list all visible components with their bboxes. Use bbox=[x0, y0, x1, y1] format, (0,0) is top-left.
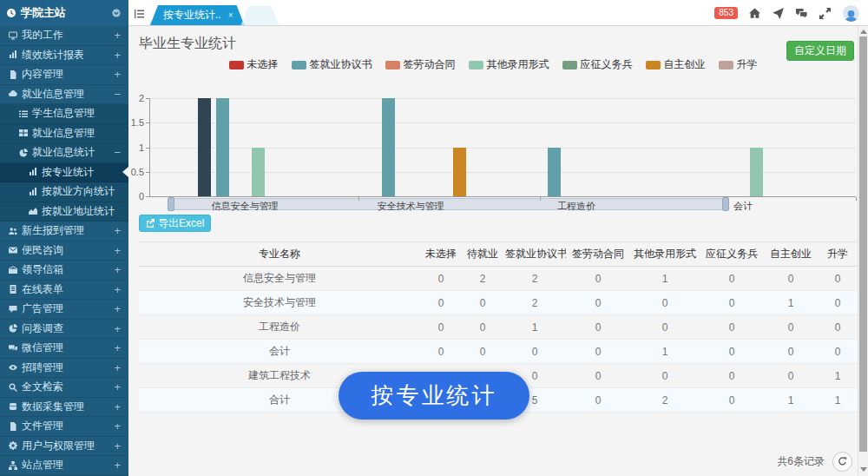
expand-indicator: − bbox=[114, 88, 121, 101]
sidebar-item-2[interactable]: 内容管理+ bbox=[0, 65, 128, 85]
legend-label: 应征义务兵 bbox=[581, 57, 633, 72]
legend-item-5[interactable]: 自主创业 bbox=[646, 57, 706, 72]
y-axis-tick-label: 1 bbox=[128, 142, 144, 153]
list-icon bbox=[19, 109, 28, 118]
scroll-up-arrow-icon[interactable] bbox=[860, 30, 867, 34]
site-title: 学院主站 bbox=[21, 5, 107, 21]
scrollbar-thumb[interactable] bbox=[859, 36, 867, 452]
table-cell: 0 bbox=[764, 364, 818, 388]
table-header-cell: 签就业协议书 bbox=[503, 242, 566, 267]
bar-签就业协议书-安全技术与管理[interactable] bbox=[382, 98, 395, 196]
table-cell: 0 bbox=[700, 315, 764, 340]
table-cell: 0 bbox=[764, 315, 818, 340]
legend-item-3[interactable]: 其他录用形式 bbox=[469, 57, 549, 72]
bar-chart-icon bbox=[29, 168, 37, 176]
table-cell: 1 bbox=[503, 315, 566, 340]
legend-swatch bbox=[469, 61, 483, 69]
vertical-scrollbar[interactable] bbox=[858, 26, 868, 476]
sidebar-item-21[interactable]: 用户与权限管理+ bbox=[0, 437, 128, 457]
sidebar-item-label: 微信管理 bbox=[22, 340, 114, 355]
table-footer: 共6条记录 bbox=[777, 452, 852, 472]
y-gridline bbox=[149, 122, 856, 123]
chart: 00.511.52信息安全与管理安全技术与管理工程造价会计 bbox=[128, 83, 858, 223]
legend-item-1[interactable]: 签就业协议书 bbox=[292, 57, 372, 72]
table-cell: 1 bbox=[818, 388, 858, 413]
sidebar-item-16[interactable]: 微信管理+ bbox=[0, 339, 128, 359]
refresh-button[interactable] bbox=[832, 452, 852, 472]
file-icon bbox=[9, 70, 17, 79]
sidebar-item-7[interactable]: 按专业统计 bbox=[0, 163, 128, 183]
sidebar-item-5[interactable]: 就业信息管理 bbox=[0, 124, 128, 144]
datazoom-left-handle[interactable] bbox=[168, 197, 174, 211]
notification-badge[interactable]: 853 bbox=[714, 7, 738, 19]
sidebar-item-11[interactable]: 便民咨询+ bbox=[0, 241, 128, 261]
sidebar-item-18[interactable]: 全文检索+ bbox=[0, 378, 128, 398]
users-icon bbox=[9, 227, 17, 235]
table-cell: 0 bbox=[566, 267, 630, 291]
sidebar-item-14[interactable]: 广告管理+ bbox=[0, 300, 128, 320]
table-cell: 0 bbox=[700, 267, 764, 291]
table-header-cell: 未选择 bbox=[420, 242, 462, 267]
topbar-actions: 853 bbox=[714, 0, 859, 26]
table-cell: 0 bbox=[566, 388, 630, 413]
sidebar-item-label: 绩效统计报表 bbox=[22, 48, 114, 63]
datazoom-right-handle[interactable] bbox=[722, 197, 729, 211]
sidebar-item-label: 广告管理 bbox=[22, 301, 114, 316]
table-cell: 0 bbox=[764, 267, 818, 291]
sidebar-item-20[interactable]: 文件管理+ bbox=[0, 417, 128, 437]
legend-label: 签就业协议书 bbox=[310, 57, 372, 72]
legend-item-2[interactable]: 签劳动合同 bbox=[385, 57, 456, 72]
user-avatar[interactable] bbox=[843, 5, 859, 22]
sidebar-item-15[interactable]: 问卷调查+ bbox=[0, 320, 128, 340]
legend-item-0[interactable]: 未选择 bbox=[229, 57, 279, 72]
table-cell: 0 bbox=[700, 364, 764, 388]
fullscreen-icon[interactable] bbox=[819, 8, 832, 19]
messages-icon[interactable] bbox=[796, 8, 808, 19]
sidebar-item-label: 就业信息管理 bbox=[22, 87, 114, 102]
table-cell: 安全技术与管理 bbox=[139, 291, 420, 315]
sidebar-item-label: 学生信息管理 bbox=[32, 106, 121, 121]
sidebar-item-label: 便民咨询 bbox=[22, 243, 114, 258]
bar-待就业-信息安全与管理[interactable] bbox=[198, 98, 211, 196]
home-icon[interactable] bbox=[749, 8, 761, 19]
table-cell: 0 bbox=[818, 315, 858, 340]
sidebar-header[interactable]: 学院主站 bbox=[0, 0, 128, 26]
sidebar-item-12[interactable]: 领导信箱+ bbox=[0, 261, 128, 281]
scroll-down-arrow-icon[interactable] bbox=[860, 467, 867, 472]
table-cell: 0 bbox=[700, 291, 764, 315]
sidebar-item-label: 按就业方向统计 bbox=[42, 184, 121, 199]
sidebar-item-10[interactable]: 新生报到管理+ bbox=[0, 221, 128, 241]
table-cell: 0 bbox=[630, 315, 700, 340]
send-icon[interactable] bbox=[773, 8, 785, 19]
sidebar-item-1[interactable]: 绩效统计报表+ bbox=[0, 46, 128, 66]
table-cell: 0 bbox=[420, 267, 462, 291]
sidebar-item-0[interactable]: 我的工作+ bbox=[0, 26, 128, 46]
tab-close-icon[interactable]: × bbox=[228, 10, 233, 20]
legend-item-4[interactable]: 应征义务兵 bbox=[562, 57, 633, 72]
export-excel-button[interactable]: 导出Excel bbox=[139, 215, 211, 232]
chevron-circle-down-icon[interactable] bbox=[112, 9, 122, 18]
sidebar-item-9[interactable]: 按就业地址统计 bbox=[0, 202, 128, 222]
sidebar-item-19[interactable]: 数据采集管理+ bbox=[0, 398, 128, 418]
sidebar-toggle-icon[interactable] bbox=[134, 9, 144, 17]
bar-自主创业-安全技术与管理[interactable] bbox=[453, 148, 466, 197]
sidebar-item-13[interactable]: 在线表单+ bbox=[0, 281, 128, 301]
bar-其他录用形式-会计[interactable] bbox=[750, 148, 763, 197]
grid-icon bbox=[19, 129, 28, 137]
sidebar-item-3[interactable]: 就业信息管理− bbox=[0, 85, 128, 105]
bar-签就业协议书-工程造价[interactable] bbox=[548, 148, 561, 197]
sidebar-item-17[interactable]: 招聘管理+ bbox=[0, 359, 128, 379]
expand-indicator: + bbox=[114, 400, 121, 413]
legend-item-6[interactable]: 升学 bbox=[719, 57, 758, 72]
x-axis-category-label: 信息安全与管理 bbox=[197, 200, 293, 213]
table-cell: 0 bbox=[818, 267, 858, 291]
sidebar-item-4[interactable]: 学生信息管理 bbox=[0, 104, 128, 124]
action-overlay-button[interactable]: 按专业统计 bbox=[339, 372, 529, 420]
sidebar-item-22[interactable]: 站点管理+ bbox=[0, 456, 128, 476]
bar-签就业协议书-信息安全与管理[interactable] bbox=[216, 98, 229, 196]
bar-其他录用形式-信息安全与管理[interactable] bbox=[252, 148, 265, 197]
sidebar-item-8[interactable]: 按就业方向统计 bbox=[0, 182, 128, 202]
main-area: 按专业统计.. × 853 毕业生专业统计 自定义日期 未选择签就业协议书签劳动… bbox=[128, 0, 868, 476]
sidebar-item-6[interactable]: 就业信息统计− bbox=[0, 143, 128, 163]
tab-major-statistics[interactable]: 按专业统计.. × bbox=[150, 5, 245, 25]
